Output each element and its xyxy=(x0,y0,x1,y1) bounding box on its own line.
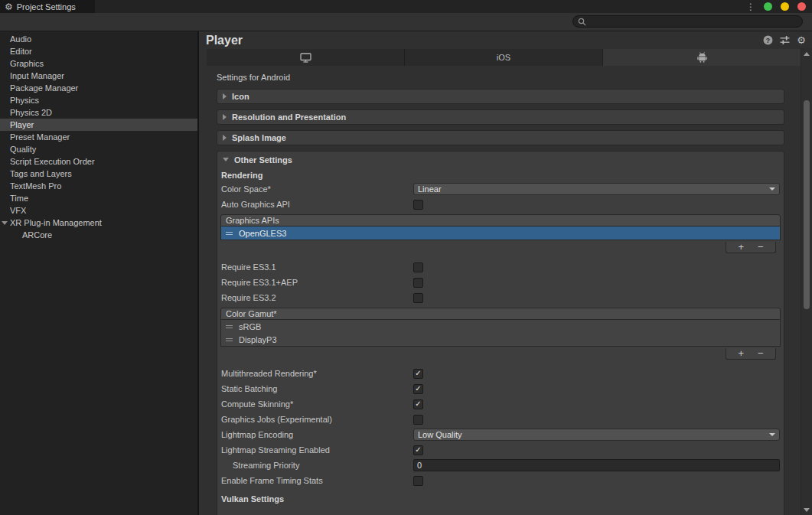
foldout-collapsed-arrow-icon xyxy=(223,135,227,141)
frame-timing-checkbox[interactable] xyxy=(413,476,423,486)
search-box[interactable] xyxy=(572,15,803,28)
sidebar-item-preset-manager[interactable]: Preset Manager xyxy=(0,131,197,143)
window-title: Project Settings xyxy=(17,2,76,11)
window-control-red[interactable] xyxy=(797,2,806,11)
window-tab[interactable]: ⚙ Project Settings xyxy=(0,0,95,13)
sidebar-item-graphics[interactable]: Graphics xyxy=(0,57,197,70)
require-es31aep-row: Require ES3.1+AEP xyxy=(220,275,781,290)
graphics-apis-list-footer: + − xyxy=(726,242,776,253)
presets-icon[interactable] xyxy=(780,35,790,45)
sidebar-item-audio[interactable]: Audio xyxy=(0,33,197,45)
expand-arrow-icon[interactable] xyxy=(2,221,8,225)
graphics-jobs-checkbox[interactable] xyxy=(413,415,423,425)
vertical-scrollbar[interactable] xyxy=(801,48,812,515)
sidebar-item-player[interactable]: Player xyxy=(0,119,197,131)
streaming-priority-label: Streaming Priority xyxy=(220,461,413,470)
require-es31-label: Require ES3.1 xyxy=(220,262,413,272)
toolbar xyxy=(0,13,812,31)
sidebar-item-physics-2d[interactable]: Physics 2D xyxy=(0,106,197,119)
sidebar-item-script-execution-order[interactable]: Script Execution Order xyxy=(0,155,197,168)
sidebar-item-tags-and-layers[interactable]: Tags and Layers xyxy=(0,168,197,180)
multithreaded-rendering-checkbox[interactable]: ✓ xyxy=(413,369,423,379)
require-es32-checkbox[interactable] xyxy=(413,293,423,303)
content-pane: Player ? ⚙ xyxy=(199,31,812,515)
foldout-splash-image[interactable]: Splash Image xyxy=(217,130,784,145)
chevron-down-icon xyxy=(769,433,775,436)
streaming-priority-row: Streaming Priority xyxy=(220,458,781,473)
scroll-down-arrow-icon[interactable] xyxy=(804,508,810,512)
scrollbar-thumb[interactable] xyxy=(804,100,810,309)
graphics-apis-list: Graphics APIs OpenGLES3 + − xyxy=(220,214,781,253)
drag-handle-icon[interactable] xyxy=(226,337,233,343)
tab-ios[interactable]: iOS xyxy=(405,49,603,66)
lightmap-encoding-dropdown[interactable]: Low Quality xyxy=(413,429,780,441)
titlebar: ⚙ Project Settings ⋮ xyxy=(0,0,812,13)
foldout-collapsed-arrow-icon xyxy=(223,114,227,120)
lightmap-encoding-label: Lightmap Encoding xyxy=(220,430,413,439)
frame-timing-label: Enable Frame Timing Stats xyxy=(220,476,413,485)
android-robot-icon xyxy=(697,52,707,63)
color-space-row: Color Space* Linear xyxy=(220,181,781,197)
sidebar-item-package-manager[interactable]: Package Manager xyxy=(0,82,197,94)
search-input[interactable] xyxy=(589,17,802,26)
color-gamut-list-body: sRGB DisplayP3 xyxy=(220,320,781,347)
foldout-other-settings: Other Settings Rendering Color Space* Li… xyxy=(217,151,784,515)
multithreaded-rendering-label: Multithreaded Rendering* xyxy=(220,369,413,378)
page-title: Player xyxy=(205,34,763,47)
sidebar-item-vfx[interactable]: VFX xyxy=(0,204,197,217)
sidebar-item-xr-plugin-management[interactable]: XR Plug-in Management xyxy=(0,217,197,229)
foldout-resolution-presentation[interactable]: Resolution and Presentation xyxy=(217,109,784,125)
lightmap-streaming-checkbox[interactable]: ✓ xyxy=(413,445,423,455)
require-es31aep-checkbox[interactable] xyxy=(413,278,423,288)
sidebar-item-time[interactable]: Time xyxy=(0,192,197,204)
remove-button[interactable]: − xyxy=(758,243,764,252)
sidebar-item-quality[interactable]: Quality xyxy=(0,143,197,155)
foldout-icon-section[interactable]: Icon xyxy=(217,89,784,104)
graphics-apis-list-body: OpenGLES3 xyxy=(220,227,781,240)
add-button[interactable]: + xyxy=(738,243,744,252)
help-icon[interactable]: ? xyxy=(763,35,773,45)
list-item-srgb[interactable]: sRGB xyxy=(221,320,780,333)
project-settings-window: ⚙ Project Settings ⋮ Audio Editor Graphi… xyxy=(0,0,812,515)
color-space-dropdown[interactable]: Linear xyxy=(413,183,780,195)
desktop-monitor-icon xyxy=(300,53,311,63)
color-gamut-list: Color Gamut* sRGB DisplayP3 + xyxy=(220,308,781,360)
window-control-green[interactable] xyxy=(764,2,772,11)
streaming-priority-field[interactable] xyxy=(413,459,780,471)
lightmap-streaming-row: Lightmap Streaming Enabled ✓ xyxy=(220,442,781,458)
svg-text:?: ? xyxy=(766,37,770,44)
multithreaded-rendering-row: Multithreaded Rendering* ✓ xyxy=(220,366,781,381)
require-es31aep-label: Require ES3.1+AEP xyxy=(220,278,413,287)
sidebar-item-editor[interactable]: Editor xyxy=(0,45,197,57)
gear-icon[interactable]: ⚙ xyxy=(797,36,806,45)
list-item-displayp3[interactable]: DisplayP3 xyxy=(221,333,780,346)
drag-handle-icon[interactable] xyxy=(226,324,233,330)
require-es32-row: Require ES3.2 xyxy=(220,290,781,305)
list-item-opengles3[interactable]: OpenGLES3 xyxy=(221,227,780,240)
require-es31-row: Require ES3.1 xyxy=(220,259,781,275)
content-header: Player ? ⚙ xyxy=(199,31,812,49)
static-batching-checkbox[interactable]: ✓ xyxy=(413,384,423,394)
sidebar-item-physics[interactable]: Physics xyxy=(0,94,197,106)
add-button[interactable]: + xyxy=(738,349,744,358)
settings-scroll-area: Settings for Android Icon Resolution and… xyxy=(199,66,801,515)
window-control-yellow[interactable] xyxy=(781,2,789,11)
tab-android[interactable] xyxy=(603,49,801,66)
other-settings-header[interactable]: Other Settings xyxy=(220,152,781,168)
sidebar-item-input-manager[interactable]: Input Manager xyxy=(0,70,197,82)
sidebar-item-textmesh-pro[interactable]: TextMesh Pro xyxy=(0,180,197,192)
auto-graphics-api-checkbox[interactable] xyxy=(413,200,423,210)
tab-standalone[interactable] xyxy=(207,49,405,66)
compute-skinning-checkbox[interactable]: ✓ xyxy=(413,399,423,409)
graphics-apis-list-header: Graphics APIs xyxy=(220,214,781,227)
kebab-menu-icon[interactable]: ⋮ xyxy=(746,2,755,11)
check-icon: ✓ xyxy=(415,385,421,393)
require-es31-checkbox[interactable] xyxy=(413,262,423,272)
sidebar-item-arcore[interactable]: ARCore xyxy=(0,229,197,241)
lightmap-encoding-row: Lightmap Encoding Low Quality xyxy=(220,427,781,442)
platform-tabbar: iOS xyxy=(207,49,801,66)
rendering-section-header: Rendering xyxy=(220,169,781,181)
drag-handle-icon[interactable] xyxy=(226,230,233,236)
remove-button[interactable]: − xyxy=(758,349,764,358)
scroll-up-arrow-icon[interactable] xyxy=(804,52,810,56)
